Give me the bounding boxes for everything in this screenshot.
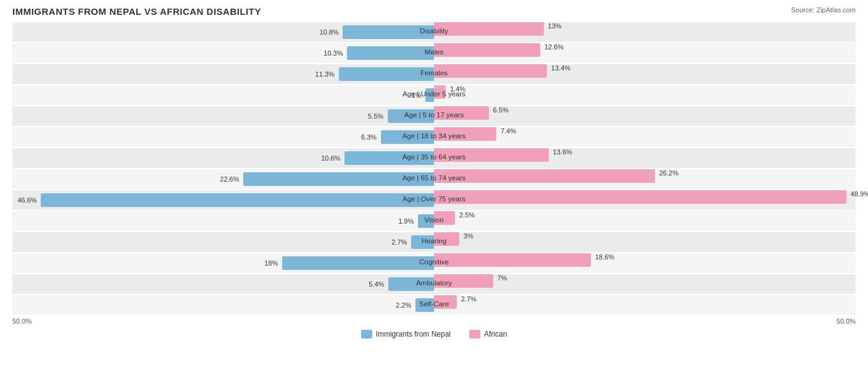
chart-title: IMMIGRANTS FROM NEPAL VS AFRICAN DISABIL… xyxy=(12,6,261,17)
nepal-value: 11.3% xyxy=(315,70,335,78)
axis-right: 50.0% xyxy=(837,317,856,325)
table-row: 5.4%7%Ambulatory xyxy=(12,274,856,294)
legend-nepal: Immigrants from Nepal xyxy=(361,330,451,338)
table-row: 5.5%6.5%Age | 5 to 17 years xyxy=(12,106,856,126)
nepal-value: 10.3% xyxy=(323,49,343,57)
african-value: 13.6% xyxy=(553,148,572,156)
african-value: 13% xyxy=(548,22,561,30)
african-value: 26.2% xyxy=(659,169,678,177)
nepal-value: 5.5% xyxy=(368,112,383,120)
axis-labels: 50.0% 50.0% xyxy=(12,317,856,325)
nepal-value: 18% xyxy=(264,259,278,267)
legend-nepal-label: Immigrants from Nepal xyxy=(376,330,451,338)
legend: Immigrants from Nepal African xyxy=(12,330,856,338)
african-value: 2.7% xyxy=(461,295,477,303)
nepal-value: 2.7% xyxy=(391,238,407,246)
legend-african-label: African xyxy=(484,330,507,338)
african-value: 6.5% xyxy=(493,106,509,114)
african-value: 7% xyxy=(497,274,507,282)
legend-african: African xyxy=(469,330,507,338)
african-value: 48.9% xyxy=(851,190,868,198)
table-row: 22.6%26.2%Age | 65 to 74 years xyxy=(12,169,856,189)
nepal-value: 5.4% xyxy=(369,280,384,288)
table-row: 1.9%2.5%Vision xyxy=(12,211,856,231)
table-row: 6.3%7.4%Age | 18 to 34 years xyxy=(12,127,856,147)
table-row: 1%1.4%Age | Under 5 years xyxy=(12,85,856,105)
table-row: 46.6%48.9%Age | Over 75 years xyxy=(12,190,856,210)
table-row: 10.6%13.6%Age | 35 to 64 years xyxy=(12,148,856,168)
african-value: 12.6% xyxy=(545,43,564,51)
nepal-value: 6.3% xyxy=(361,133,377,141)
table-row: 2.2%2.7%Self-Care xyxy=(12,295,856,315)
table-row: 18%18.6%Cognitive xyxy=(12,253,856,273)
table-row: 10.8%13%Disability xyxy=(12,22,856,42)
african-value: 13.4% xyxy=(551,64,570,72)
source-text: Source: ZipAtlas.com xyxy=(791,6,856,14)
nepal-value: 46.6% xyxy=(17,196,36,204)
african-value: 2.5% xyxy=(459,211,475,219)
nepal-value: 10.8% xyxy=(319,28,338,36)
table-row: 11.3%13.4%Females xyxy=(12,64,856,84)
legend-african-box xyxy=(469,330,480,338)
chart-area: 10.8%13%Disability10.3%12.6%Males11.3%13… xyxy=(12,22,856,315)
african-value: 18.6% xyxy=(595,253,614,261)
legend-nepal-box xyxy=(361,330,372,338)
nepal-value: 1.9% xyxy=(398,217,414,225)
african-value: 3% xyxy=(464,232,474,240)
table-row: 10.3%12.6%Males xyxy=(12,43,856,63)
african-value: 1.4% xyxy=(450,85,465,93)
nepal-value: 10.6% xyxy=(321,154,340,162)
chart-container: IMMIGRANTS FROM NEPAL VS AFRICAN DISABIL… xyxy=(12,6,856,338)
axis-left: 50.0% xyxy=(12,317,31,325)
nepal-value: 22.6% xyxy=(220,175,239,183)
nepal-value: 2.2% xyxy=(396,301,411,309)
african-value: 7.4% xyxy=(501,127,516,135)
nepal-value: 1% xyxy=(412,91,422,99)
table-row: 2.7%3%Hearing xyxy=(12,232,856,252)
